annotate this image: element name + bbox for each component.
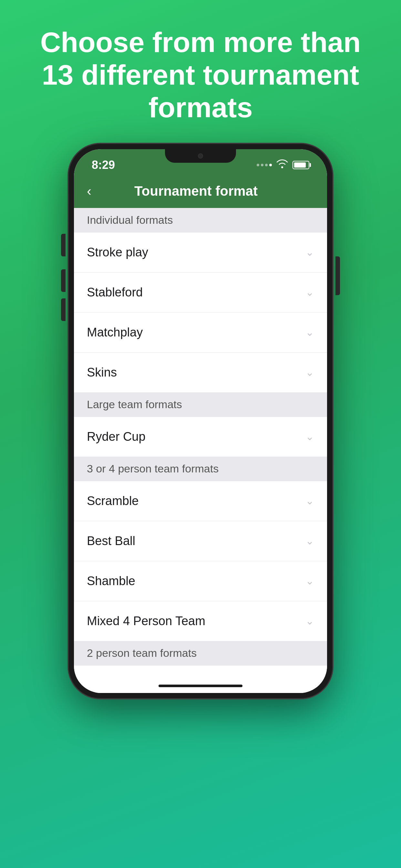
section-header-2person: 2 person team formats: [74, 641, 327, 665]
list-item[interactable]: Ryder Cup ⌄: [74, 416, 327, 457]
chevron-down-icon: ⌄: [305, 286, 314, 299]
item-label: Ryder Cup: [87, 430, 146, 444]
chevron-down-icon: ⌄: [305, 326, 314, 338]
list-item[interactable]: Scramble ⌄: [74, 481, 327, 521]
battery-icon: [292, 161, 309, 169]
content-area: Individual formats Stroke play ⌄ Stablef…: [74, 208, 327, 680]
item-label: Stroke play: [87, 245, 148, 259]
item-group-3or4: Scramble ⌄ Best Ball ⌄ Shamble ⌄ Mixed 4…: [74, 481, 327, 641]
list-item[interactable]: Two Person Scramble ⌄: [74, 665, 327, 680]
item-label: Shamble: [87, 574, 135, 588]
item-label: Best Ball: [87, 534, 135, 548]
chevron-down-icon: ⌄: [305, 246, 314, 258]
notch: [165, 149, 236, 163]
list-item[interactable]: Best Ball ⌄: [74, 521, 327, 561]
section-header-individual: Individual formats: [74, 208, 327, 232]
list-item[interactable]: Stroke play ⌄: [74, 232, 327, 273]
hero-title: Choose from more than 13 different tourn…: [0, 0, 401, 144]
item-label: Scramble: [87, 494, 139, 508]
chevron-down-icon: ⌄: [305, 430, 314, 443]
nav-bar: ‹ Tournament format: [74, 176, 327, 208]
item-group-individual: Stroke play ⌄ Stableford ⌄ Matchplay ⌄ S…: [74, 232, 327, 392]
phone-wrapper: 8:29: [68, 144, 333, 868]
home-bar: [158, 685, 243, 687]
phone-screen: 8:29: [74, 149, 327, 693]
list-item[interactable]: Matchplay ⌄: [74, 313, 327, 352]
list-item[interactable]: Mixed 4 Person Team ⌄: [74, 601, 327, 641]
chevron-down-icon: ⌄: [305, 575, 314, 587]
signal-icon: [257, 164, 272, 166]
section-header-large-team: Large team formats: [74, 392, 327, 416]
chevron-down-icon: ⌄: [305, 535, 314, 547]
item-label: Matchplay: [87, 326, 143, 339]
chevron-down-icon: ⌄: [305, 366, 314, 378]
chevron-down-icon: ⌄: [305, 615, 314, 627]
section-header-3or4: 3 or 4 person team formats: [74, 457, 327, 481]
status-time: 8:29: [92, 158, 115, 172]
item-group-large-team: Ryder Cup ⌄: [74, 416, 327, 457]
list-item[interactable]: Skins ⌄: [74, 352, 327, 392]
notch-camera: [198, 153, 203, 159]
home-indicator: [74, 680, 327, 693]
item-label: Skins: [87, 366, 117, 379]
phone-outer: 8:29: [68, 144, 333, 699]
back-button[interactable]: ‹: [87, 183, 91, 199]
chevron-down-icon: ⌄: [305, 495, 314, 507]
item-label: Stableford: [87, 285, 143, 299]
wifi-icon: [276, 159, 288, 170]
nav-title: Tournament format: [98, 183, 294, 199]
list-item[interactable]: Shamble ⌄: [74, 561, 327, 601]
status-icons: [257, 159, 309, 170]
item-group-2person: Two Person Scramble ⌄: [74, 665, 327, 680]
list-item[interactable]: Stableford ⌄: [74, 273, 327, 313]
item-label: Mixed 4 Person Team: [87, 614, 205, 628]
